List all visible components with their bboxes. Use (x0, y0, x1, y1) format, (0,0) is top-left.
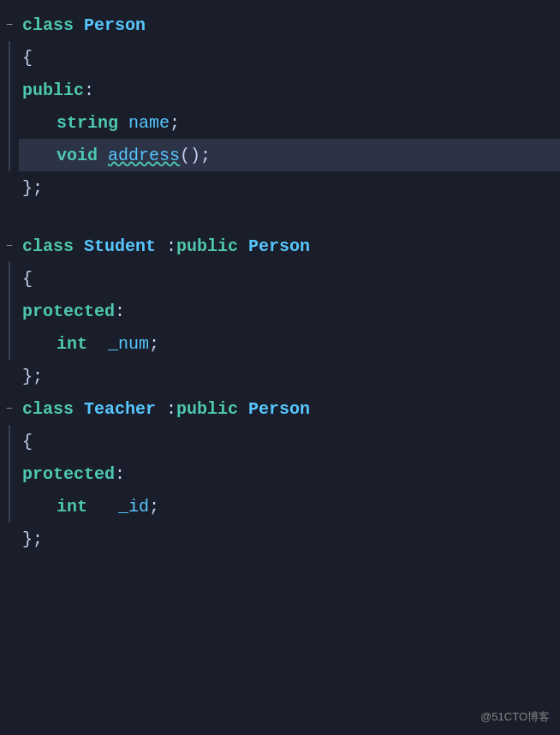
student-protected-content: protected : (19, 295, 560, 327)
vline-student-1 (0, 262, 19, 295)
student-protected-line: protected : (0, 295, 560, 327)
person-field-name-content: string name ; (19, 106, 560, 139)
vline-person-5 (0, 171, 19, 204)
person-method-address-content: void address () ; (19, 139, 560, 171)
semicolon-name: ; (170, 113, 180, 133)
var-name-person: name (128, 113, 170, 133)
code-editor: − class Person { public : st (0, 0, 560, 735)
student-parent-class: Person (248, 236, 310, 256)
keyword-public-teacher-inherit: public (176, 399, 238, 419)
teacher-inheritance-colon: : (166, 399, 176, 419)
brace-open-student: { (0, 262, 560, 295)
vline-teacher-2 (0, 457, 19, 490)
keyword-public-student-inherit: public (176, 236, 238, 256)
keyword-protected-teacher: protected (22, 464, 115, 484)
vline-person-4 (0, 139, 19, 171)
brace-close-text-teacher: }; (22, 529, 43, 549)
vline-person-1 (0, 41, 19, 74)
gap-1 (0, 204, 560, 230)
keyword-class-teacher: class (22, 399, 74, 419)
vline-student-2 (0, 295, 19, 327)
person-public-line: public : (0, 74, 560, 106)
brace-close-student: }; (0, 360, 560, 392)
watermark: @51CTO博客 (480, 709, 550, 725)
vline-student-4 (0, 360, 19, 392)
semicolon-id: ; (149, 497, 159, 517)
brace-open-text-student: { (22, 269, 33, 289)
vline-person-3 (0, 106, 19, 139)
class-name-teacher: Teacher (84, 399, 156, 419)
var-name-id: _id (118, 497, 149, 517)
brace-open-teacher: { (0, 425, 560, 457)
collapse-student[interactable]: − (0, 230, 19, 262)
keyword-int-student: int (57, 334, 87, 354)
class-student-header: − class Student : public Person (0, 230, 560, 262)
teacher-protected-line: protected : (0, 457, 560, 490)
semicolon-num: ; (149, 334, 159, 354)
brace-close-student-content: }; (19, 360, 560, 392)
method-params-address: () (180, 146, 200, 165)
keyword-public-person: public (22, 81, 84, 100)
colon-public-person: : (84, 81, 94, 100)
class-name-student: Student (84, 236, 156, 256)
class-name-person: Person (84, 15, 146, 35)
teacher-field-id-line: int _id ; (0, 490, 560, 523)
semicolon-address: ; (200, 146, 211, 165)
teacher-protected-content: protected : (19, 457, 560, 490)
vline-student-3 (0, 327, 19, 360)
brace-open-person-content: { (19, 41, 560, 74)
keyword-class-student: class (22, 236, 74, 256)
brace-close-text-person: }; (22, 178, 43, 198)
vline-teacher-4 (0, 523, 19, 555)
keyword-class-person: class (22, 15, 74, 35)
collapse-teacher[interactable]: − (0, 392, 19, 425)
brace-open-student-content: { (19, 262, 560, 295)
class-person-header: − class Person (0, 9, 560, 41)
collapse-person[interactable]: − (0, 9, 19, 41)
vline-teacher-3 (0, 490, 19, 523)
var-name-num: _num (108, 334, 149, 354)
person-method-address-line: void address () ; (0, 139, 560, 171)
brace-close-person-content: }; (19, 171, 560, 204)
class-student-line: class Student : public Person (19, 230, 560, 262)
brace-close-person: }; (0, 171, 560, 204)
class-teacher-line: class Teacher : public Person (19, 392, 560, 425)
brace-close-teacher-content: }; (19, 523, 560, 555)
keyword-protected-student: protected (22, 302, 115, 321)
colon-protected-teacher: : (115, 464, 125, 484)
person-field-name-line: string name ; (0, 106, 560, 139)
student-field-num-content: int _num ; (19, 327, 560, 360)
brace-close-teacher: }; (0, 523, 560, 555)
keyword-int-teacher: int (57, 497, 87, 517)
keyword-void: void (57, 146, 98, 165)
brace-close-text-student: }; (22, 367, 43, 386)
teacher-parent-class: Person (248, 399, 310, 419)
brace-open-text-teacher: { (22, 432, 33, 451)
person-public-content: public : (19, 74, 560, 106)
class-person-line: class Person (19, 9, 560, 41)
method-name-address: address (108, 146, 180, 165)
brace-open-text: { (22, 48, 33, 68)
vline-teacher-1 (0, 425, 19, 457)
keyword-string: string (57, 113, 118, 133)
brace-open-teacher-content: { (19, 425, 560, 457)
class-teacher-header: − class Teacher : public Person (0, 392, 560, 425)
brace-open-person: { (0, 41, 560, 74)
colon-protected-student: : (115, 302, 125, 321)
student-field-num-line: int _num ; (0, 327, 560, 360)
student-inheritance: : (166, 236, 176, 256)
vline-person-2 (0, 74, 19, 106)
teacher-field-id-content: int _id ; (19, 490, 560, 523)
